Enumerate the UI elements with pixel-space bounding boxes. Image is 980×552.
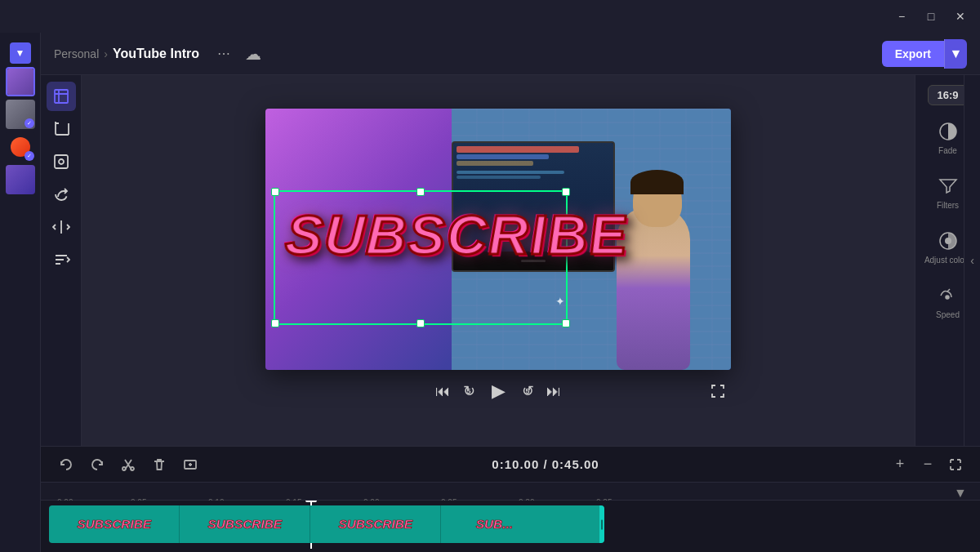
top-bar-icons: ⋯ ☁	[212, 42, 265, 65]
tool-rotate-button[interactable]	[47, 180, 76, 209]
segment-text-3: SUBSCRIBE	[338, 517, 412, 532]
subscribe-element[interactable]: SUBSCRIBE	[286, 207, 628, 262]
sidebar-expand-button[interactable]: ▼	[10, 42, 31, 64]
timeline-zoom-controls: + −	[889, 453, 967, 476]
segment-text-1: SUBSCRIBE	[77, 517, 151, 532]
more-options-button[interactable]: ⋯	[212, 42, 235, 65]
export-label: Export	[895, 47, 931, 60]
svg-rect-0	[55, 90, 68, 103]
close-button[interactable]: ✕	[949, 5, 972, 28]
monitor-bar-1	[457, 146, 579, 153]
skip-start-button[interactable]: ⏮	[430, 378, 456, 404]
undo-button[interactable]	[54, 452, 78, 477]
timeline-toolbar: 0:10.00 / 0:45.00 + −	[41, 447, 980, 483]
maximize-button[interactable]: □	[920, 5, 942, 28]
video-track: SUBSCRIBE SUBSCRIBE SUBSCRIBE	[49, 505, 604, 543]
content-area: Personal › YouTube Intro ⋯ ☁ Export ▼	[41, 33, 980, 552]
monitor-bar-2	[457, 154, 549, 159]
svg-point-6	[946, 296, 949, 299]
left-sidebar: ▼ ✓ ✓	[0, 33, 41, 552]
track-segment-4[interactable]: SUB... ┃	[441, 505, 547, 543]
top-bar: Personal › YouTube Intro ⋯ ☁ Export ▼	[41, 33, 980, 75]
video-canvas[interactable]: SUBSCRIBE ✦	[265, 109, 731, 370]
filters-tool[interactable]: Filters	[930, 170, 966, 215]
zoom-out-button[interactable]: −	[916, 453, 939, 476]
segment-thumb-4: SUB...	[445, 509, 543, 540]
minimize-button[interactable]: −	[890, 5, 913, 28]
timeline-ruler: 0:00 0:05 0:10 0:15 0:20 0:25 0:30 0:35	[41, 483, 980, 501]
timeline-toggle-button[interactable]: ▼	[949, 484, 972, 502]
filters-label: Filters	[937, 201, 959, 210]
add-clip-button[interactable]	[178, 452, 203, 477]
playhead-handle[interactable]	[305, 501, 317, 502]
speed-label: Speed	[936, 310, 960, 319]
timeline-track[interactable]: SUBSCRIBE SUBSCRIBE SUBSCRIBE	[41, 501, 980, 552]
segment-text-4: SUB...	[475, 517, 512, 532]
forward-button[interactable]: ↺ 5	[514, 378, 541, 404]
playback-controls: ⏮ ↻ 5 ▶ ↺ 5 ⏭	[265, 370, 731, 412]
filters-icon	[937, 175, 960, 198]
export-button[interactable]: Export	[882, 41, 944, 67]
track-segment-1[interactable]: SUBSCRIBE	[49, 505, 180, 543]
sidebar-thumb-4[interactable]	[6, 165, 35, 194]
track-end-handle[interactable]: ┃	[599, 505, 604, 543]
breadcrumb-current: YouTube Intro	[113, 47, 199, 61]
main-container: ▼ ✓ ✓ Personal › YouTube Intro	[0, 33, 980, 552]
redo-button[interactable]	[85, 452, 109, 477]
svg-point-5	[945, 238, 951, 244]
delete-button[interactable]	[147, 452, 172, 477]
tool-resize-button[interactable]	[47, 82, 76, 111]
tools-panel	[41, 75, 82, 446]
breadcrumb-separator: ›	[104, 47, 108, 60]
editor-area: SUBSCRIBE ✦ ⏮ ↻ 5 ▶ ↺	[41, 75, 980, 446]
sidebar-thumb-1[interactable]	[6, 67, 35, 96]
skip-end-button[interactable]: ⏭	[541, 378, 567, 404]
fit-timeline-button[interactable]	[944, 453, 967, 476]
tool-crop-button[interactable]	[47, 114, 76, 144]
time-display: 0:10.00 / 0:45.00	[209, 457, 882, 471]
collapse-sidebar-button[interactable]: ‹	[964, 75, 980, 446]
svg-point-7	[122, 467, 126, 470]
tool-align-button[interactable]	[47, 245, 76, 274]
playback-bar: ⏮ ↻ 5 ▶ ↺ 5 ⏭	[265, 370, 731, 412]
breadcrumb-parent[interactable]: Personal	[54, 47, 99, 60]
segment-thumb-2: SUBSCRIBE	[196, 509, 294, 540]
fade-tool[interactable]: Fade	[930, 115, 966, 160]
cloud-sync-button[interactable]: ☁	[242, 42, 265, 65]
adjust-colors-icon	[937, 229, 960, 252]
segment-thumb-1: SUBSCRIBE	[65, 509, 163, 540]
check-badge-2: ✓	[24, 118, 34, 128]
breadcrumb: Personal › YouTube Intro	[54, 47, 199, 61]
cut-button[interactable]	[116, 452, 140, 477]
tool-flip-button[interactable]	[47, 212, 76, 242]
sidebar-thumb-3[interactable]: ✓	[6, 132, 35, 162]
fade-label: Fade	[938, 146, 957, 155]
speed-tool[interactable]: Speed	[929, 279, 966, 324]
fade-icon	[937, 120, 960, 143]
check-badge-3: ✓	[24, 151, 34, 161]
export-dropdown-button[interactable]: ▼	[944, 39, 967, 69]
svg-rect-1	[55, 155, 68, 168]
play-button[interactable]: ▶	[482, 375, 514, 407]
export-button-group: Export ▼	[882, 39, 967, 69]
title-bar: − □ ✕	[0, 0, 980, 33]
center-handle[interactable]: ✦	[555, 295, 565, 308]
aspect-ratio-badge[interactable]: 16:9	[928, 85, 967, 105]
fullscreen-button[interactable]	[705, 378, 731, 404]
track-segment-2[interactable]: SUBSCRIBE	[180, 505, 310, 543]
segment-thumb-3: SUBSCRIBE	[327, 509, 425, 540]
track-segment-3[interactable]: SUBSCRIBE	[310, 505, 441, 543]
zoom-in-button[interactable]: +	[889, 453, 911, 476]
sidebar-thumb-2[interactable]: ✓	[6, 100, 35, 129]
subscribe-text: SUBSCRIBE	[283, 207, 630, 263]
svg-point-2	[59, 159, 64, 164]
rewind-button[interactable]: ↻ 5	[456, 378, 482, 404]
tool-preview-button[interactable]	[47, 147, 76, 176]
speed-icon	[936, 284, 959, 307]
canvas-wrapper: SUBSCRIBE ✦ ⏮ ↻ 5 ▶ ↺	[82, 75, 915, 446]
timeline-area: 0:10.00 / 0:45.00 + −	[41, 446, 980, 552]
svg-point-8	[131, 467, 134, 470]
timeline-body: 0:00 0:05 0:10 0:15 0:20 0:25 0:30 0:35 …	[41, 483, 980, 552]
segment-text-2: SUBSCRIBE	[207, 517, 282, 532]
